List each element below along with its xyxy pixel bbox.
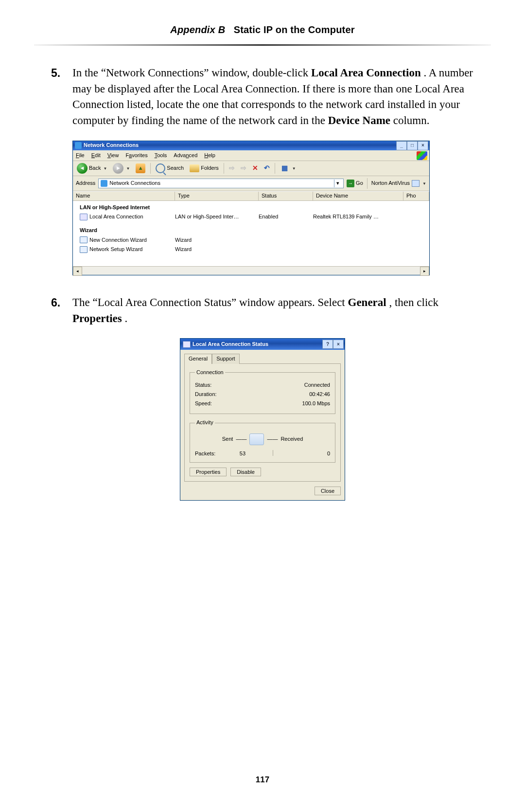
go-button[interactable]: → Go (347, 180, 363, 187)
row3-name: Network Setup Wizard (89, 246, 142, 253)
separator (224, 163, 224, 174)
dash-icon: —— (267, 435, 278, 443)
close-button[interactable]: × (333, 340, 344, 349)
header-rule (34, 44, 491, 46)
folders-icon (190, 164, 199, 172)
go-label: Go (356, 180, 363, 187)
move-to-icon[interactable]: ⇨ (227, 163, 237, 173)
address-label: Address (76, 180, 95, 187)
address-input[interactable]: Network Connections ▾ (98, 179, 344, 188)
views-icon: ▦ (280, 163, 290, 173)
col-device[interactable]: Device Name (313, 192, 403, 200)
menu-help[interactable]: Help (204, 152, 215, 160)
up-button[interactable]: ▲ (134, 163, 147, 174)
disable-button[interactable]: Disable (230, 468, 261, 476)
search-button[interactable]: Search (154, 163, 186, 174)
help-button[interactable]: ? (322, 340, 333, 349)
window-title: Network Connections (84, 142, 139, 149)
forward-icon: ► (113, 163, 123, 174)
row2-name: New Connection Wizard (89, 236, 147, 244)
scroll-right-button[interactable]: ▸ (420, 267, 429, 276)
row1-device: Realtek RTL8139 Family … (313, 213, 403, 221)
list-item[interactable]: Local Area Connection LAN or High-Speed … (73, 212, 429, 222)
tab-support[interactable]: Support (212, 354, 240, 364)
app-icon (75, 142, 82, 149)
back-label: Back (89, 164, 101, 172)
row1-type: LAN or High-Speed Inter… (175, 213, 259, 221)
group-wizard: Wizard (73, 222, 429, 235)
row2-type: Wizard (175, 236, 259, 244)
list-area: LAN or High-Speed Internet Local Area Co… (73, 201, 429, 266)
chevron-down-icon: ▼ (103, 166, 107, 171)
step-6-bold1: General (348, 296, 386, 308)
chevron-down-icon: ▼ (422, 181, 426, 186)
duration-value: 00:42:46 (309, 391, 330, 398)
list-header: Name Type Status Device Name Pho (73, 191, 429, 201)
received-label: Received (280, 435, 303, 443)
go-icon: → (347, 180, 354, 187)
maximize-button[interactable]: □ (407, 141, 418, 150)
step-6-pre: The “Local Area Connection Status” windo… (72, 296, 348, 308)
copy-to-icon[interactable]: ⇨ (239, 163, 248, 173)
separator (150, 163, 151, 174)
views-button[interactable]: ▦ ▼ (278, 163, 298, 174)
folders-button[interactable]: Folders (188, 164, 221, 173)
list-item[interactable]: Network Setup Wizard Wizard (73, 245, 429, 254)
horizontal-scrollbar[interactable]: ◂ ▸ (73, 266, 429, 275)
tab-general[interactable]: General (184, 354, 212, 364)
menu-view[interactable]: View (107, 152, 119, 160)
delete-icon[interactable]: ✕ (250, 163, 260, 173)
chevron-down-icon: ▼ (292, 166, 296, 171)
separator (275, 163, 275, 174)
close-button[interactable]: × (418, 141, 428, 150)
dialog-titlebar[interactable]: Local Area Connection Status ? × (180, 339, 345, 350)
close-dialog-button[interactable]: Close (315, 487, 341, 495)
chevron-down-icon: ▼ (126, 166, 130, 171)
nav-label: Norton AntiVirus (371, 180, 410, 187)
menu-tools[interactable]: Tools (155, 152, 167, 160)
address-bar: Address Network Connections ▾ → Go Norto… (73, 176, 429, 191)
list-item[interactable]: New Connection Wizard Wizard (73, 235, 429, 245)
dialog-title: Local Area Connection Status (192, 341, 268, 348)
col-phone[interactable]: Pho (403, 192, 429, 200)
step-6-post: . (125, 312, 128, 325)
undo-icon[interactable]: ↶ (262, 163, 272, 173)
menu-favorites[interactable]: Favorites (125, 152, 147, 160)
minimize-button[interactable]: _ (396, 141, 407, 150)
wizard-icon (80, 236, 88, 243)
step-5: 5. In the “Network Connections” window, … (51, 65, 474, 129)
step-6-text: The “Local Area Connection Status” windo… (72, 295, 474, 326)
col-name[interactable]: Name (73, 192, 175, 200)
properties-button[interactable]: Properties (190, 468, 227, 476)
row1-name: Local Area Connection (89, 213, 143, 221)
search-icon (156, 163, 165, 173)
packets-received: 0 (276, 450, 330, 458)
toolbar: ◄ Back ▼ ► ▼ ▲ Search Folde (73, 161, 429, 176)
step-6: 6. The “Local Area Connection Status” wi… (51, 295, 474, 326)
nav-icon (412, 180, 420, 187)
titlebar[interactable]: Network Connections _ □ × (73, 141, 429, 150)
col-type[interactable]: Type (175, 192, 259, 200)
windows-flag-icon (417, 151, 427, 160)
separator (367, 178, 368, 189)
appendix-label: Appendix B (170, 24, 225, 35)
scroll-left-button[interactable]: ◂ (73, 267, 82, 276)
forward-button[interactable]: ► ▼ (111, 162, 132, 174)
step-5-number: 5. (51, 65, 72, 129)
group-lan: LAN or High-Speed Internet (73, 201, 429, 213)
step-5-bold2: Device Name (328, 114, 390, 126)
back-button[interactable]: ◄ Back ▼ (75, 162, 109, 174)
menu-advanced[interactable]: Advanced (174, 152, 197, 160)
folder-up-icon: ▲ (136, 163, 145, 173)
tab-panel: Connection Status:Connected Duration:00:… (184, 363, 341, 482)
row3-type: Wizard (175, 246, 259, 253)
step-5-pre: In the “Network Connections” window, dou… (72, 67, 311, 79)
packets-label: Packets: (195, 450, 215, 458)
menu-edit[interactable]: Edit (91, 152, 101, 160)
col-status[interactable]: Status (259, 192, 313, 200)
menu-file[interactable]: File (76, 152, 85, 160)
wizard-icon (80, 246, 88, 253)
norton-antivirus-button[interactable]: Norton AntiVirus ▼ (371, 180, 426, 187)
scroll-track[interactable] (82, 267, 420, 275)
address-dropdown-icon[interactable]: ▾ (334, 180, 341, 187)
